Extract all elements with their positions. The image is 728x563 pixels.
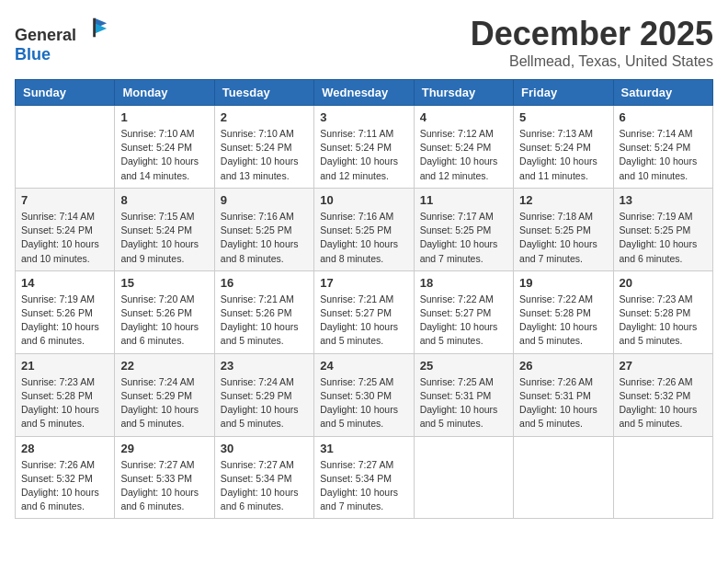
day-info: Sunrise: 7:27 AM Sunset: 5:34 PM Dayligh… <box>320 458 407 514</box>
day-number: 24 <box>320 359 407 373</box>
calendar-cell: 19Sunrise: 7:22 AM Sunset: 5:28 PM Dayli… <box>514 270 613 353</box>
week-row-4: 21Sunrise: 7:23 AM Sunset: 5:28 PM Dayli… <box>16 353 713 436</box>
calendar-cell: 13Sunrise: 7:19 AM Sunset: 5:25 PM Dayli… <box>613 188 712 270</box>
day-number: 3 <box>320 110 407 124</box>
calendar-cell: 12Sunrise: 7:18 AM Sunset: 5:25 PM Dayli… <box>514 188 613 270</box>
calendar-cell: 23Sunrise: 7:24 AM Sunset: 5:29 PM Dayli… <box>214 353 313 436</box>
weekday-header-thursday: Thursday <box>414 80 513 106</box>
day-info: Sunrise: 7:16 AM Sunset: 5:25 PM Dayligh… <box>221 210 308 266</box>
calendar-cell: 25Sunrise: 7:25 AM Sunset: 5:31 PM Dayli… <box>414 353 513 436</box>
day-number: 11 <box>420 193 507 207</box>
calendar-cell: 27Sunrise: 7:26 AM Sunset: 5:32 PM Dayli… <box>613 353 712 436</box>
week-row-2: 7Sunrise: 7:14 AM Sunset: 5:24 PM Daylig… <box>16 188 713 270</box>
day-info: Sunrise: 7:24 AM Sunset: 5:29 PM Dayligh… <box>221 375 308 431</box>
day-number: 31 <box>320 442 407 455</box>
day-number: 12 <box>519 193 607 207</box>
day-number: 16 <box>221 276 308 290</box>
calendar-cell: 2Sunrise: 7:10 AM Sunset: 5:24 PM Daylig… <box>214 106 313 189</box>
day-info: Sunrise: 7:11 AM Sunset: 5:24 PM Dayligh… <box>320 127 407 183</box>
month-title: December 2025 <box>471 15 713 53</box>
calendar-cell: 4Sunrise: 7:12 AM Sunset: 5:24 PM Daylig… <box>414 106 513 189</box>
day-number: 8 <box>120 193 208 207</box>
calendar-cell: 3Sunrise: 7:11 AM Sunset: 5:24 PM Daylig… <box>314 106 414 189</box>
calendar-cell: 9Sunrise: 7:16 AM Sunset: 5:25 PM Daylig… <box>214 188 313 270</box>
weekday-header-tuesday: Tuesday <box>214 80 313 106</box>
weekday-header-monday: Monday <box>115 80 214 106</box>
day-info: Sunrise: 7:15 AM Sunset: 5:24 PM Dayligh… <box>120 210 208 266</box>
calendar-cell: 7Sunrise: 7:14 AM Sunset: 5:24 PM Daylig… <box>16 188 115 270</box>
week-row-3: 14Sunrise: 7:19 AM Sunset: 5:26 PM Dayli… <box>16 270 713 353</box>
location-title: Bellmead, Texas, United States <box>471 53 713 70</box>
day-info: Sunrise: 7:16 AM Sunset: 5:25 PM Dayligh… <box>320 210 407 266</box>
day-number: 20 <box>620 276 707 290</box>
day-info: Sunrise: 7:27 AM Sunset: 5:33 PM Dayligh… <box>120 458 208 514</box>
day-info: Sunrise: 7:21 AM Sunset: 5:26 PM Dayligh… <box>221 293 308 349</box>
day-number: 4 <box>420 110 507 124</box>
calendar-cell <box>514 436 613 519</box>
day-info: Sunrise: 7:26 AM Sunset: 5:31 PM Dayligh… <box>519 375 607 431</box>
day-info: Sunrise: 7:26 AM Sunset: 5:32 PM Dayligh… <box>21 458 108 514</box>
calendar: SundayMondayTuesdayWednesdayThursdayFrid… <box>15 79 713 519</box>
calendar-cell: 29Sunrise: 7:27 AM Sunset: 5:33 PM Dayli… <box>115 436 214 519</box>
day-number: 18 <box>420 276 507 290</box>
calendar-cell: 15Sunrise: 7:20 AM Sunset: 5:26 PM Dayli… <box>115 270 214 353</box>
day-info: Sunrise: 7:23 AM Sunset: 5:28 PM Dayligh… <box>21 375 108 431</box>
day-info: Sunrise: 7:14 AM Sunset: 5:24 PM Dayligh… <box>620 127 707 183</box>
day-info: Sunrise: 7:22 AM Sunset: 5:27 PM Dayligh… <box>420 293 507 349</box>
calendar-cell: 5Sunrise: 7:13 AM Sunset: 5:24 PM Daylig… <box>514 106 613 189</box>
day-info: Sunrise: 7:10 AM Sunset: 5:24 PM Dayligh… <box>120 127 208 183</box>
calendar-cell: 1Sunrise: 7:10 AM Sunset: 5:24 PM Daylig… <box>115 106 214 189</box>
day-number: 19 <box>519 276 607 290</box>
day-number: 15 <box>120 276 208 290</box>
day-number: 9 <box>221 193 308 207</box>
calendar-cell: 24Sunrise: 7:25 AM Sunset: 5:30 PM Dayli… <box>314 353 414 436</box>
day-info: Sunrise: 7:26 AM Sunset: 5:32 PM Dayligh… <box>620 375 707 431</box>
day-number: 25 <box>420 359 507 373</box>
title-area: December 2025 Bellmead, Texas, United St… <box>471 15 713 70</box>
weekday-header-row: SundayMondayTuesdayWednesdayThursdayFrid… <box>16 80 713 106</box>
calendar-cell: 17Sunrise: 7:21 AM Sunset: 5:27 PM Dayli… <box>314 270 414 353</box>
calendar-cell: 8Sunrise: 7:15 AM Sunset: 5:24 PM Daylig… <box>115 188 214 270</box>
day-number: 27 <box>620 359 707 373</box>
day-info: Sunrise: 7:19 AM Sunset: 5:26 PM Dayligh… <box>21 293 108 349</box>
day-number: 28 <box>21 442 108 455</box>
day-number: 30 <box>221 442 308 455</box>
day-info: Sunrise: 7:17 AM Sunset: 5:25 PM Dayligh… <box>420 210 507 266</box>
calendar-cell: 20Sunrise: 7:23 AM Sunset: 5:28 PM Dayli… <box>613 270 712 353</box>
calendar-cell: 26Sunrise: 7:26 AM Sunset: 5:31 PM Dayli… <box>514 353 613 436</box>
day-number: 23 <box>221 359 308 373</box>
day-info: Sunrise: 7:12 AM Sunset: 5:24 PM Dayligh… <box>420 127 507 183</box>
day-number: 29 <box>120 442 208 455</box>
day-number: 5 <box>519 110 607 124</box>
day-number: 17 <box>320 276 407 290</box>
day-number: 1 <box>120 110 208 124</box>
day-number: 13 <box>620 193 707 207</box>
calendar-cell: 31Sunrise: 7:27 AM Sunset: 5:34 PM Dayli… <box>314 436 414 519</box>
day-info: Sunrise: 7:24 AM Sunset: 5:29 PM Dayligh… <box>120 375 208 431</box>
calendar-cell: 14Sunrise: 7:19 AM Sunset: 5:26 PM Dayli… <box>16 270 115 353</box>
day-info: Sunrise: 7:27 AM Sunset: 5:34 PM Dayligh… <box>221 458 308 514</box>
day-number: 22 <box>120 359 208 373</box>
calendar-cell <box>16 106 115 189</box>
calendar-cell: 28Sunrise: 7:26 AM Sunset: 5:32 PM Dayli… <box>16 436 115 519</box>
day-number: 10 <box>320 193 407 207</box>
day-number: 14 <box>21 276 108 290</box>
day-number: 7 <box>21 193 108 207</box>
calendar-cell: 10Sunrise: 7:16 AM Sunset: 5:25 PM Dayli… <box>314 188 414 270</box>
day-number: 21 <box>21 359 108 373</box>
logo-blue-text: Blue <box>15 45 51 63</box>
calendar-cell: 18Sunrise: 7:22 AM Sunset: 5:27 PM Dayli… <box>414 270 513 353</box>
svg-rect-2 <box>93 18 96 38</box>
calendar-cell: 11Sunrise: 7:17 AM Sunset: 5:25 PM Dayli… <box>414 188 513 270</box>
calendar-cell <box>414 436 513 519</box>
logo-general-text: General <box>15 26 76 44</box>
calendar-cell: 30Sunrise: 7:27 AM Sunset: 5:34 PM Dayli… <box>214 436 313 519</box>
calendar-cell: 16Sunrise: 7:21 AM Sunset: 5:26 PM Dayli… <box>214 270 313 353</box>
day-info: Sunrise: 7:21 AM Sunset: 5:27 PM Dayligh… <box>320 293 407 349</box>
day-info: Sunrise: 7:23 AM Sunset: 5:28 PM Dayligh… <box>620 293 707 349</box>
weekday-header-friday: Friday <box>514 80 613 106</box>
day-info: Sunrise: 7:13 AM Sunset: 5:24 PM Dayligh… <box>519 127 607 183</box>
week-row-5: 28Sunrise: 7:26 AM Sunset: 5:32 PM Dayli… <box>16 436 713 519</box>
calendar-cell: 21Sunrise: 7:23 AM Sunset: 5:28 PM Dayli… <box>16 353 115 436</box>
calendar-cell <box>613 436 712 519</box>
